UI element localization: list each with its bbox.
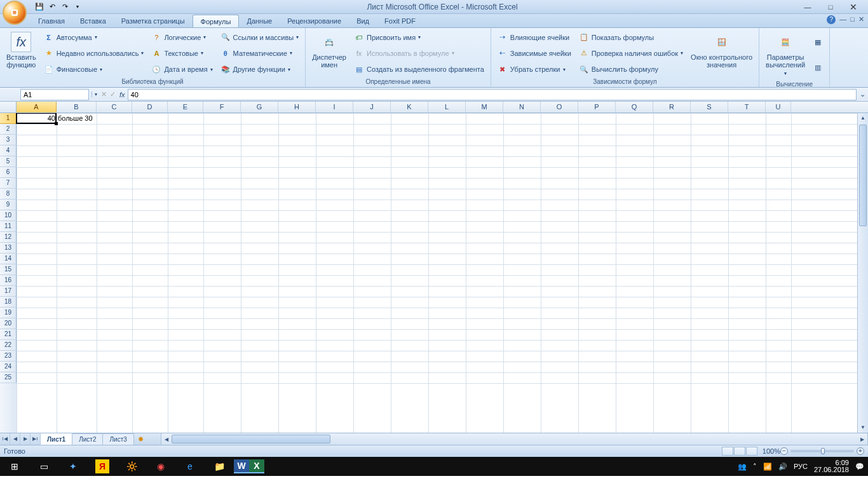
- ribbon-minimize-icon[interactable]: —: [839, 15, 846, 24]
- col-header-A[interactable]: A: [17, 102, 57, 112]
- row-header-21[interactable]: 21: [0, 329, 17, 340]
- browser-icon[interactable]: ◉: [146, 457, 175, 476]
- zoom-in-button[interactable]: +: [857, 447, 864, 455]
- app-icon-1[interactable]: ✦: [58, 457, 88, 476]
- sheet-tab-2[interactable]: Лист2: [72, 433, 103, 445]
- scroll-right-icon[interactable]: ▶: [857, 437, 867, 442]
- view-normal-button[interactable]: [722, 447, 733, 456]
- sheet-nav-last-icon[interactable]: ▶I: [31, 433, 41, 445]
- ribbon-close-icon[interactable]: ✕: [858, 15, 864, 24]
- row-header-1[interactable]: 1: [0, 113, 17, 124]
- zoom-thumb[interactable]: [821, 448, 825, 454]
- row-header-25[interactable]: 25: [0, 372, 17, 383]
- col-header-L[interactable]: L: [428, 102, 466, 112]
- task-view-icon[interactable]: ▭: [29, 457, 58, 476]
- col-header-B[interactable]: B: [57, 102, 97, 112]
- row-header-14[interactable]: 14: [0, 254, 17, 264]
- volume-icon[interactable]: 🔊: [778, 463, 787, 471]
- col-header-Q[interactable]: Q: [616, 102, 653, 112]
- row-header-20[interactable]: 20: [0, 318, 17, 329]
- zoom-level[interactable]: 100%: [763, 447, 780, 455]
- calc-now-button[interactable]: ▦: [811, 36, 824, 48]
- view-page-break-button[interactable]: [746, 447, 757, 456]
- sheet-nav-next-icon[interactable]: ▶: [20, 433, 31, 445]
- office-button[interactable]: ⊞: [3, 1, 27, 25]
- col-header-H[interactable]: H: [278, 102, 316, 112]
- math-button[interactable]: θМатематические: [219, 48, 301, 59]
- col-header-T[interactable]: T: [728, 102, 766, 112]
- financial-button[interactable]: 📄Финансовые: [43, 64, 146, 75]
- col-header-C[interactable]: C: [97, 102, 132, 112]
- select-all-corner[interactable]: [0, 102, 17, 112]
- hscroll-thumb[interactable]: [172, 435, 330, 444]
- col-header-M[interactable]: M: [466, 102, 503, 112]
- trace-dependents-button[interactable]: ⇠Зависимые ячейки: [496, 48, 573, 59]
- tab-foxit-pdf[interactable]: Foxit PDF: [377, 14, 423, 27]
- undo-icon[interactable]: ↶: [47, 2, 57, 12]
- zoom-out-button[interactable]: −: [780, 447, 788, 455]
- row-header-19[interactable]: 19: [0, 308, 17, 318]
- row-header-16[interactable]: 16: [0, 275, 17, 286]
- yandex-icon[interactable]: Я: [95, 459, 109, 473]
- cell-B1[interactable]: больше 30: [57, 113, 97, 124]
- redo-icon[interactable]: ↷: [60, 2, 70, 12]
- col-header-I[interactable]: I: [316, 102, 353, 112]
- row-header-9[interactable]: 9: [0, 200, 17, 210]
- show-formulas-button[interactable]: 📋Показать формулы: [578, 32, 684, 43]
- help-icon[interactable]: ?: [827, 15, 836, 24]
- people-icon[interactable]: 👥: [738, 463, 747, 471]
- row-header-5[interactable]: 5: [0, 156, 17, 167]
- tab-home[interactable]: Главная: [31, 14, 72, 27]
- col-header-U[interactable]: U: [766, 102, 791, 112]
- col-header-J[interactable]: J: [353, 102, 391, 112]
- row-header-24[interactable]: 24: [0, 362, 17, 372]
- tab-view[interactable]: Вид: [349, 14, 377, 27]
- trace-precedents-button[interactable]: ⇢Влияющие ячейки: [496, 32, 573, 43]
- col-header-N[interactable]: N: [503, 102, 541, 112]
- scroll-down-icon[interactable]: ▼: [858, 423, 868, 433]
- sheet-nav-first-icon[interactable]: I◀: [0, 433, 10, 445]
- network-icon[interactable]: 📶: [763, 463, 772, 471]
- name-box[interactable]: [20, 89, 89, 100]
- scroll-left-icon[interactable]: ◀: [161, 437, 172, 442]
- row-header-8[interactable]: 8: [0, 189, 17, 200]
- vertical-scrollbar[interactable]: ▲ ▼: [857, 113, 868, 433]
- col-header-F[interactable]: F: [203, 102, 241, 112]
- close-button[interactable]: ✕: [848, 2, 859, 12]
- calc-options-button[interactable]: 🧮 Параметры вычислений: [762, 29, 809, 80]
- row-header-10[interactable]: 10: [0, 210, 17, 221]
- sheet-nav-prev-icon[interactable]: ◀: [10, 433, 20, 445]
- col-header-P[interactable]: P: [578, 102, 616, 112]
- autosum-button[interactable]: ΣАвтосумма: [43, 32, 146, 43]
- vscroll-thumb[interactable]: [859, 125, 867, 226]
- sheet-tab-3[interactable]: Лист3: [103, 433, 133, 445]
- cell-A1[interactable]: 40: [17, 113, 57, 124]
- tab-review[interactable]: Рецензирование: [280, 14, 349, 27]
- remove-arrows-button[interactable]: ✖Убрать стрелки: [496, 64, 573, 75]
- row-header-17[interactable]: 17: [0, 286, 17, 297]
- fill-handle[interactable]: [55, 122, 58, 125]
- formula-expand-icon[interactable]: ⌄: [857, 90, 868, 98]
- col-header-O[interactable]: O: [541, 102, 578, 112]
- row-header-4[interactable]: 4: [0, 146, 17, 156]
- row-header-3[interactable]: 3: [0, 135, 17, 146]
- minimize-button[interactable]: —: [802, 2, 813, 12]
- row-header-12[interactable]: 12: [0, 232, 17, 243]
- edge-icon[interactable]: e: [175, 457, 205, 476]
- notifications-icon[interactable]: 💬: [855, 463, 864, 471]
- taskbar-clock[interactable]: 6:09 27.06.2018: [814, 459, 849, 473]
- define-name-button[interactable]: 🏷Присвоить имя: [353, 32, 485, 43]
- excel-icon[interactable]: X: [249, 459, 264, 473]
- row-header-15[interactable]: 15: [0, 264, 17, 275]
- row-header-13[interactable]: 13: [0, 243, 17, 254]
- name-manager-button[interactable]: 📇 Диспетчер имен: [308, 29, 350, 78]
- tab-data[interactable]: Данные: [239, 14, 280, 27]
- row-header-23[interactable]: 23: [0, 351, 17, 362]
- tray-up-icon[interactable]: ˄: [753, 463, 757, 471]
- formula-input[interactable]: [131, 91, 853, 98]
- row-header-7[interactable]: 7: [0, 178, 17, 189]
- watch-window-button[interactable]: 🪟 Окно контрольного значения: [687, 29, 756, 78]
- create-from-selection-button[interactable]: ▤Создать из выделенного фрагмента: [353, 64, 485, 75]
- ribbon-restore-icon[interactable]: □: [850, 15, 855, 24]
- col-header-S[interactable]: S: [691, 102, 728, 112]
